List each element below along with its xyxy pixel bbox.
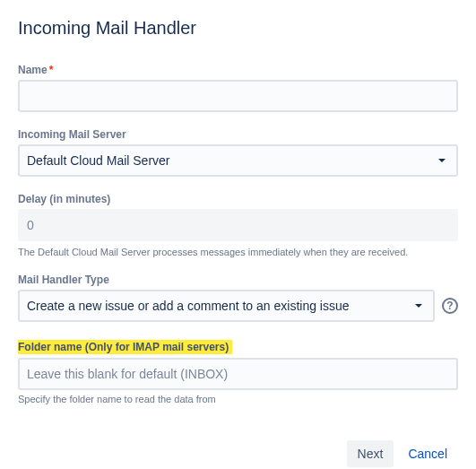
required-asterisk: * (49, 64, 54, 76)
help-icon[interactable]: ? (442, 298, 458, 314)
folder-name-input[interactable] (18, 358, 458, 390)
name-input[interactable] (18, 80, 458, 112)
delay-description: The Default Cloud Mail Server processes … (18, 247, 458, 257)
handler-type-select[interactable]: Create a new issue or add a comment to a… (18, 290, 435, 322)
delay-field-group: Delay (in minutes) (18, 193, 458, 241)
next-button[interactable]: Next (347, 440, 394, 467)
name-label-text: Name (18, 64, 48, 76)
name-field-group: Name* (18, 64, 458, 112)
folder-name-field-group: Folder name (Only for IMAP mail servers)… (18, 338, 458, 404)
delay-input (18, 209, 458, 241)
page-title: Incoming Mail Handler (18, 18, 458, 39)
mail-server-field-group: Incoming Mail Server Default Cloud Mail … (18, 128, 458, 177)
button-row: Next Cancel (18, 440, 458, 467)
mail-server-label: Incoming Mail Server (18, 128, 458, 141)
handler-type-field-group: Mail Handler Type Create a new issue or … (18, 274, 458, 322)
name-label: Name* (18, 64, 458, 76)
folder-name-helper: Specify the folder name to read the data… (18, 394, 458, 404)
cancel-button[interactable]: Cancel (397, 440, 458, 467)
mail-server-select[interactable]: Default Cloud Mail Server (18, 144, 458, 177)
handler-type-label: Mail Handler Type (18, 274, 458, 286)
delay-label: Delay (in minutes) (18, 193, 458, 205)
folder-name-label: Folder name (Only for IMAP mail servers) (18, 340, 232, 354)
